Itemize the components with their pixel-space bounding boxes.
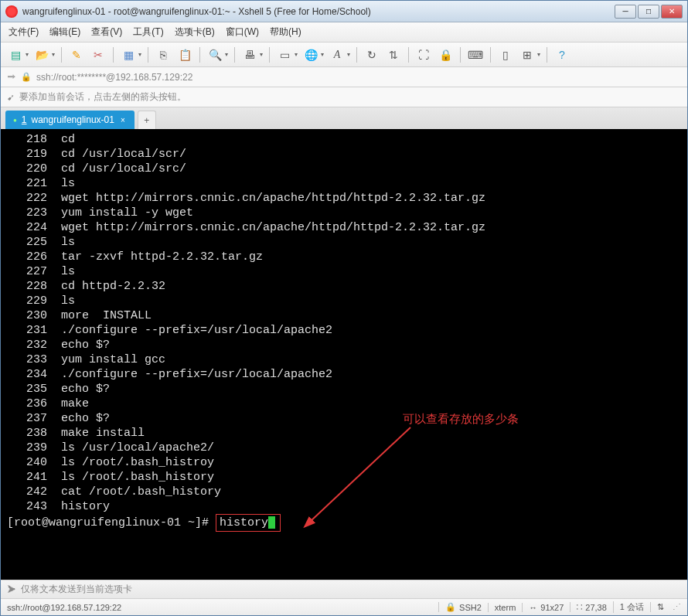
history-command: cat /root/.bash_history	[47, 485, 221, 499]
send-bar: ⮞ 仅将文本发送到当前选项卡	[1, 580, 687, 598]
plus-icon: +	[144, 115, 149, 126]
expand-icon[interactable]: ⛶	[415, 46, 432, 63]
history-line: 239 ls /usr/local/apache2/	[7, 441, 681, 455]
history-line: 227 ls	[7, 264, 681, 279]
tab-index: 1	[22, 114, 27, 125]
history-line: 221 ls	[7, 176, 681, 191]
history-command: cd /usr/local/scr/	[47, 148, 186, 161]
layout1-icon[interactable]: ▯	[497, 46, 514, 63]
paste-icon[interactable]: 📋	[176, 46, 193, 63]
history-line: 225 ls	[7, 235, 681, 250]
lock-icon[interactable]: 🔒	[437, 46, 454, 63]
history-number: 239	[7, 441, 47, 455]
history-line: 222 wget http://mirrors.cnnic.cn/apache/…	[7, 191, 681, 206]
history-command: ls /root/.bash_history	[47, 471, 214, 484]
history-line: 226 tar -zxvf httpd-2.2.32.tar.gz	[7, 250, 681, 264]
keyboard-icon[interactable]: ⌨	[467, 46, 484, 63]
copy-icon[interactable]: ⎘	[155, 46, 172, 63]
send-mode-icon[interactable]: ⮞	[7, 584, 16, 595]
window-controls: ─ □ ✕	[615, 5, 683, 19]
history-command: ls	[47, 177, 75, 190]
menu-view[interactable]: 查看(V)	[91, 26, 122, 39]
titlebar[interactable]: wangruifenglinux-01 - root@wangruifengli…	[1, 1, 687, 22]
font-icon[interactable]: A	[329, 46, 346, 63]
status-updown-icon[interactable]: ⇅	[650, 602, 670, 612]
status-pos: ⸬ 27,38	[570, 602, 613, 612]
transfer-icon[interactable]: ⇅	[385, 46, 402, 63]
tab-bar: ● 1 wangruifenglinux-01 × +	[1, 107, 687, 129]
size-icon: ↔	[529, 603, 537, 612]
history-command: ls	[47, 236, 75, 249]
history-line: 240 ls /root/.bash_histroy	[7, 455, 681, 470]
status-bar: ssh://root@192.168.57.129:22 🔒SSH2 xterm…	[1, 598, 687, 615]
menu-help[interactable]: 帮助(H)	[270, 26, 301, 39]
history-line: 232 echo $?	[7, 338, 681, 352]
menu-file[interactable]: 文件(F)	[9, 26, 39, 39]
menu-window[interactable]: 窗口(W)	[226, 26, 259, 39]
history-line: 220 cd /usr/local/src/	[7, 162, 681, 176]
history-number: 232	[7, 338, 47, 352]
add-tab-button[interactable]: +	[138, 111, 156, 129]
history-line: 242 cat /root/.bash_history	[7, 485, 681, 499]
refresh-icon[interactable]: ↻	[363, 46, 380, 63]
history-number: 226	[7, 250, 47, 264]
tab-close-icon[interactable]: ×	[119, 116, 127, 124]
status-ssh: 🔒SSH2	[438, 602, 488, 612]
hint-text: 要添加当前会话，点击左侧的箭头按钮。	[19, 90, 186, 104]
addr-arrow-icon[interactable]: ⮕	[7, 72, 16, 83]
open-folder-icon[interactable]: 📂	[33, 46, 50, 63]
new-session-icon[interactable]: ▤	[7, 46, 24, 63]
toolbar: ▤▾ 📂▾ ✎ ✂ ▦▾ ⎘ 📋 🔍▾ 🖶▾ ▭▾ 🌐▾ A▾ ↻ ⇅ ⛶ 🔒 …	[1, 43, 687, 67]
minimize-button[interactable]: ─	[615, 5, 636, 19]
help-icon[interactable]: ?	[553, 46, 570, 63]
resize-grip[interactable]: ⋰	[670, 602, 681, 612]
menu-edit[interactable]: 编辑(E)	[49, 26, 80, 39]
history-command: more INSTALL	[47, 309, 152, 322]
window-title: wangruifenglinux-01 - root@wangruifengli…	[22, 6, 615, 17]
fullscreen-icon[interactable]: ▭	[276, 46, 293, 63]
history-command: yum install gcc	[47, 353, 165, 366]
history-line: 231 ./configure --prefix=/usr/local/apac…	[7, 323, 681, 338]
history-number: 234	[7, 367, 47, 382]
add-session-arrow-icon[interactable]: ➹	[7, 92, 15, 103]
layout2-icon[interactable]: ⊞	[519, 46, 536, 63]
history-command: ls /usr/local/apache2/	[47, 441, 214, 454]
close-button[interactable]: ✕	[661, 5, 683, 19]
find-icon[interactable]: 🔍	[206, 46, 223, 63]
reconnect-icon[interactable]: ✎	[68, 46, 85, 63]
disconnect-icon[interactable]: ✂	[90, 46, 107, 63]
maximize-button[interactable]: □	[638, 5, 659, 19]
app-icon	[5, 5, 18, 18]
menu-optiontab[interactable]: 选项卡(B)	[175, 26, 215, 39]
terminal[interactable]: 218 cd 219 cd /usr/local/scr/ 220 cd /us…	[1, 129, 687, 580]
properties-icon[interactable]: ▦	[120, 46, 137, 63]
history-number: 236	[7, 396, 47, 411]
menubar: 文件(F) 编辑(E) 查看(V) 工具(T) 选项卡(B) 窗口(W) 帮助(…	[1, 22, 687, 43]
history-line: 235 echo $?	[7, 382, 681, 396]
history-command: cd httpd-2.2.32	[47, 280, 165, 293]
history-number: 243	[7, 499, 47, 514]
history-command: tar -zxvf httpd-2.2.32.tar.gz	[47, 250, 263, 264]
history-command: ls	[47, 294, 75, 308]
history-line: 230 more INSTALL	[7, 308, 681, 323]
address-text[interactable]: ssh://root:********@192.168.57.129:22	[36, 72, 192, 83]
history-number: 222	[7, 191, 47, 206]
history-number: 235	[7, 382, 47, 396]
history-command: echo $?	[47, 412, 110, 425]
history-number: 238	[7, 426, 47, 441]
history-command: history	[47, 500, 110, 513]
history-number: 230	[7, 308, 47, 323]
print-icon[interactable]: 🖶	[241, 46, 258, 63]
history-line: 233 yum install gcc	[7, 352, 681, 367]
session-tab[interactable]: ● 1 wangruifenglinux-01 ×	[5, 111, 135, 129]
tab-status-icon: ●	[13, 117, 17, 124]
history-number: 218	[7, 132, 47, 147]
menu-tools[interactable]: 工具(T)	[133, 26, 163, 39]
history-number: 225	[7, 235, 47, 250]
history-command: wget http://mirrors.cnnic.cn/apache/http…	[47, 192, 485, 205]
globe-icon[interactable]: 🌐	[302, 46, 319, 63]
history-line: 237 echo $?	[7, 411, 681, 426]
history-command: ./configure --prefix=/usr/local/apache2	[47, 368, 332, 381]
history-number: 220	[7, 162, 47, 176]
send-bar-text: 仅将文本发送到当前选项卡	[21, 583, 132, 596]
